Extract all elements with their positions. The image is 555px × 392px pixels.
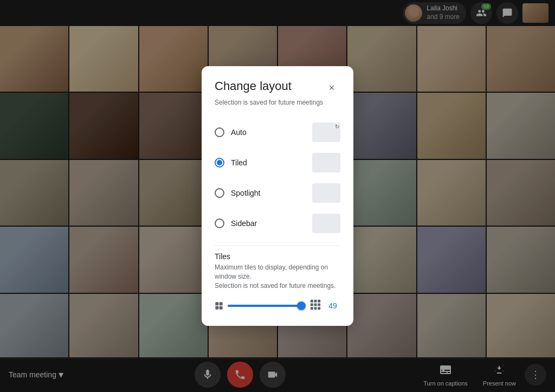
dialog-header: Change layout × (215, 79, 340, 97)
layout-icon-auto (312, 123, 340, 142)
tiles-slider[interactable] (228, 300, 306, 311)
svg-rect-12 (318, 307, 320, 310)
svg-rect-0 (215, 303, 218, 306)
svg-rect-1 (220, 303, 223, 306)
radio-spotlight[interactable] (215, 188, 224, 198)
layout-label-sidebar: Sidebar (231, 219, 306, 228)
tiles-slider-row: 49 (215, 299, 340, 313)
tiles-max-icon (310, 299, 321, 313)
svg-rect-4 (311, 300, 313, 303)
modal-overlay: Change layout × Selection is saved for f… (0, 0, 555, 392)
tiles-min-icon (215, 301, 223, 310)
slider-thumb[interactable] (297, 301, 306, 310)
layout-option-tiled[interactable]: Tiled (215, 147, 340, 178)
svg-rect-8 (314, 303, 317, 306)
svg-rect-9 (318, 303, 320, 306)
layout-option-spotlight[interactable]: Spotlight (215, 178, 340, 208)
dialog-subtitle: Selection is saved for future meetings (215, 99, 340, 106)
layout-label-spotlight: Spotlight (231, 189, 306, 197)
svg-rect-7 (311, 303, 313, 306)
dialog-title: Change layout (215, 79, 292, 93)
layout-icon-sidebar (312, 214, 340, 233)
radio-tiled[interactable] (215, 158, 224, 168)
radio-sidebar[interactable] (215, 219, 224, 228)
layout-option-auto[interactable]: Auto (215, 117, 340, 147)
tiles-desc: Maximum tiles to display, depending on w… (215, 263, 340, 290)
svg-rect-6 (318, 300, 320, 303)
svg-rect-3 (220, 306, 223, 310)
svg-rect-5 (314, 300, 317, 303)
layout-icon-tiled (312, 153, 340, 172)
layout-option-sidebar[interactable]: Sidebar (215, 208, 340, 239)
close-button[interactable]: × (323, 79, 340, 97)
svg-rect-2 (215, 306, 218, 310)
divider (215, 245, 340, 246)
change-layout-dialog: Change layout × Selection is saved for f… (202, 66, 353, 325)
layout-label-auto: Auto (231, 128, 306, 137)
layout-label-tiled: Tiled (231, 158, 306, 167)
svg-rect-11 (314, 307, 317, 310)
radio-auto[interactable] (215, 127, 224, 137)
tiles-value: 49 (325, 301, 340, 310)
tiles-section-title: Tiles (215, 252, 340, 261)
svg-rect-10 (311, 307, 313, 310)
layout-icon-spotlight (312, 183, 340, 203)
